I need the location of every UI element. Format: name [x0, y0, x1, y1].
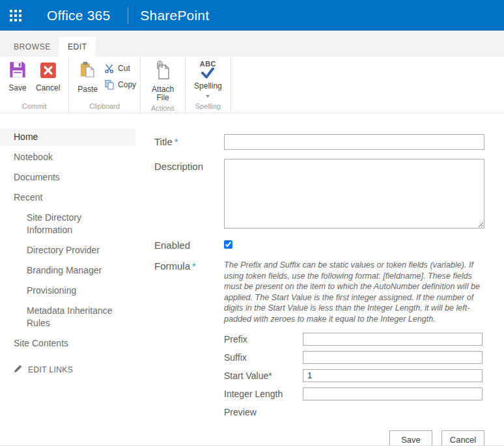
sidebar-item-provisioning[interactable]: Provisioning — [0, 282, 124, 300]
copy-button[interactable]: Copy — [104, 79, 136, 90]
suite-bar: Office 365 SharePoint — [0, 0, 504, 31]
sharepoint-title[interactable]: SharePoint — [140, 8, 209, 23]
ribbon-tab-strip: BROWSE EDIT — [0, 31, 504, 57]
copy-icon — [104, 79, 115, 90]
prefix-label: Prefix — [224, 333, 303, 346]
pencil-icon — [14, 365, 22, 375]
title-input[interactable] — [224, 134, 484, 150]
tab-browse[interactable]: BROWSE — [5, 37, 59, 57]
save-icon — [8, 61, 27, 81]
edit-form: Title* Description Enabled Formula* The … — [135, 113, 504, 445]
formula-required-mark: * — [192, 260, 196, 272]
app-launcher-icon — [10, 10, 21, 21]
spelling-button[interactable]: ABC Spelling — [189, 59, 227, 100]
sidebar-item-directory-provider[interactable]: Directory Provider — [0, 242, 124, 259]
tab-edit[interactable]: EDIT — [59, 37, 96, 57]
attach-file-icon — [154, 61, 172, 82]
main-area: Home Notebook Documents Recent Site Dire… — [0, 113, 504, 445]
ribbon-group-actions: Attach File Actions — [141, 57, 186, 113]
commit-group-label: Commit — [0, 102, 68, 113]
prefix-field-row: Prefix — [224, 333, 484, 346]
suffix-input[interactable] — [303, 351, 483, 364]
ribbon: Save Cancel Commit — [0, 57, 504, 113]
description-label: Description — [154, 159, 224, 229]
title-field-row: Title* — [154, 134, 484, 150]
integer-length-label: Integer Length — [224, 387, 303, 400]
suite-bar-divider — [128, 7, 128, 24]
cancel-button[interactable]: Cancel — [441, 430, 484, 446]
save-button[interactable]: Save — [389, 430, 432, 446]
edit-links-button[interactable]: EDIT LINKS — [0, 365, 135, 375]
formula-field-row: Formula* The Prefix and Suffix can be st… — [154, 258, 484, 423]
sharepoint-page: Office 365 SharePoint BROWSE EDIT — [0, 0, 504, 446]
save-ribbon-label: Save — [8, 84, 26, 92]
start-value-input[interactable] — [303, 369, 483, 382]
ribbon-group-spelling: ABC Spelling Spelling — [186, 57, 231, 113]
ribbon-group-commit: Save Cancel Commit — [0, 57, 69, 113]
title-required-mark: * — [175, 136, 178, 147]
cut-button[interactable]: Cut — [104, 63, 136, 74]
description-textarea[interactable] — [224, 159, 484, 229]
prefix-input[interactable] — [303, 333, 483, 346]
copy-label: Copy — [118, 80, 136, 89]
attach-file-button[interactable]: Attach File — [145, 59, 181, 104]
form-footer-buttons: Save Cancel — [154, 430, 484, 446]
formula-help-text: The Prefix and Suffix can be static valu… — [224, 260, 484, 325]
sidebar-item-documents[interactable]: Documents — [0, 169, 135, 186]
integer-length-field-row: Integer Length — [224, 387, 484, 400]
start-value-label: Start Value* — [224, 369, 303, 382]
sidebar-item-recent[interactable]: Recent — [0, 189, 135, 206]
spelling-abc-text: ABC — [200, 61, 216, 68]
enabled-field-row: Enabled — [154, 238, 484, 251]
paste-icon — [78, 61, 98, 82]
enabled-label: Enabled — [154, 238, 224, 251]
spelling-icon: ABC — [200, 61, 216, 79]
paste-button[interactable]: Paste — [73, 59, 102, 96]
spelling-dropdown-caret-icon — [206, 95, 210, 98]
app-launcher-button[interactable] — [0, 0, 31, 31]
save-ribbon-button[interactable]: Save — [4, 59, 31, 94]
office-365-title[interactable]: Office 365 — [47, 8, 110, 23]
description-field-row: Description — [154, 159, 484, 229]
edit-links-label: EDIT LINKS — [28, 365, 73, 374]
clipboard-group-label: Clipboard — [69, 102, 140, 113]
enabled-checkbox[interactable] — [224, 240, 232, 249]
sidebar-item-site-directory-information[interactable]: Site Directory Information — [0, 209, 124, 239]
sidebar-item-notebook[interactable]: Notebook — [0, 148, 135, 166]
formula-column: The Prefix and Suffix can be static valu… — [224, 258, 484, 423]
spelling-group-label: Spelling — [186, 102, 231, 113]
preview-label: Preview — [224, 406, 303, 417]
preview-field-row: Preview — [224, 406, 484, 417]
integer-length-input[interactable] — [303, 387, 483, 400]
ribbon-group-clipboard: Paste Cut — [69, 57, 141, 113]
title-label: Title* — [154, 134, 224, 150]
quick-launch-sidebar: Home Notebook Documents Recent Site Dire… — [0, 113, 135, 445]
cancel-ribbon-button[interactable]: Cancel — [31, 59, 64, 94]
start-value-field-row: Start Value* — [224, 369, 484, 382]
sidebar-item-metadata-inheritance-rules[interactable]: Metadata Inheritance Rules — [0, 302, 124, 332]
cancel-icon — [40, 61, 57, 81]
paste-label: Paste — [77, 85, 98, 94]
suffix-label: Suffix — [224, 351, 303, 364]
sidebar-item-site-contents[interactable]: Site Contents — [0, 335, 135, 352]
sidebar-item-home[interactable]: Home — [0, 128, 135, 146]
cut-icon — [104, 63, 115, 74]
cancel-ribbon-label: Cancel — [36, 84, 60, 92]
spelling-label: Spelling — [194, 82, 222, 91]
suffix-field-row: Suffix — [224, 351, 484, 364]
cut-label: Cut — [118, 64, 130, 73]
formula-label: Formula* — [154, 258, 224, 423]
attach-file-label: Attach File — [149, 85, 176, 102]
sidebar-item-branding-manager[interactable]: Branding Manager — [0, 262, 124, 279]
